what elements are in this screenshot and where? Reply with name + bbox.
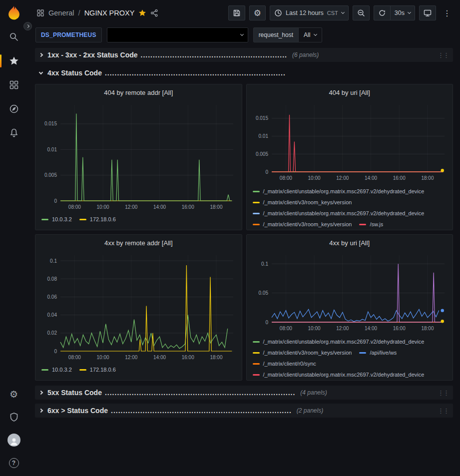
dashboard-scroll-area[interactable]: 1xx - 3xx - 2xx Status Code ............… xyxy=(27,44,460,476)
dashboard-settings-button[interactable]: ⚙ xyxy=(249,5,266,20)
legend-item[interactable]: /api/live/ws xyxy=(359,348,397,358)
svg-text:16:00: 16:00 xyxy=(393,175,405,181)
legend-item[interactable]: /_matrix/client/v3/room_keys/version xyxy=(253,219,352,229)
svg-text:10:00: 10:00 xyxy=(308,326,320,331)
share-icon[interactable] xyxy=(150,9,158,17)
breadcrumb-separator: / xyxy=(78,9,80,17)
row-header-6xx[interactable]: 6xx > Status Code ......................… xyxy=(35,404,453,418)
clock-icon xyxy=(274,9,282,17)
svg-text:0.005: 0.005 xyxy=(255,151,268,157)
datasource-variable-label[interactable]: DS_PROMETHEUS xyxy=(35,27,102,42)
svg-text:12:00: 12:00 xyxy=(125,204,137,210)
help-icon[interactable]: ? xyxy=(0,455,27,471)
row-drag-handle[interactable]: ⋮⋮ xyxy=(438,51,449,59)
legend-item[interactable]: 10.0.3.2 xyxy=(41,365,72,375)
top-navbar: General / NGINX PROXY ⚙ Last 12 hours CS… xyxy=(27,0,460,26)
svg-text:14:00: 14:00 xyxy=(365,175,377,181)
legend-item[interactable]: 172.18.0.6 xyxy=(79,214,116,224)
svg-text:18:00: 18:00 xyxy=(210,355,222,360)
row-drag-handle[interactable]: ⋮⋮ xyxy=(438,407,449,415)
kebab-menu-icon[interactable]: ⋮ xyxy=(440,8,454,18)
row-header-1xx-3xx-2xx[interactable]: 1xx - 3xx - 2xx Status Code ............… xyxy=(35,48,453,62)
chevron-down-icon xyxy=(39,70,43,74)
legend-swatch xyxy=(41,219,48,220)
server-admin-shield-icon[interactable] xyxy=(0,409,27,425)
panel-title[interactable]: 404 by uri [All] xyxy=(251,87,449,99)
row-panel-count: (4 panels) xyxy=(300,389,327,396)
svg-text:12:00: 12:00 xyxy=(125,355,137,360)
request-host-select[interactable]: All xyxy=(298,27,322,42)
sidebar-bottom-nav: ⚙ ? xyxy=(0,386,27,472)
legend-item[interactable]: /_matrix/client/v3/room_keys/version xyxy=(253,197,352,207)
datasource-select[interactable] xyxy=(107,27,248,42)
favorite-star-icon[interactable] xyxy=(138,9,146,17)
chevron-down-icon xyxy=(240,32,244,36)
legend-swatch xyxy=(253,224,260,225)
row-drag-handle[interactable]: ⋮⋮ xyxy=(438,389,449,397)
svg-text:16:00: 16:00 xyxy=(182,204,194,210)
legend-item[interactable]: /_matrix/client/unstable/org.matrix.msc2… xyxy=(253,370,425,380)
refresh-interval-dropdown[interactable]: 30s xyxy=(390,5,415,20)
svg-text:16:00: 16:00 xyxy=(182,355,194,360)
chevron-right-icon xyxy=(39,391,43,395)
refresh-button[interactable] xyxy=(374,5,391,20)
time-range-picker[interactable]: Last 12 hours CST xyxy=(270,5,349,20)
panel-title[interactable]: 4xx by uri [All] xyxy=(251,237,449,249)
breadcrumb-section[interactable]: General xyxy=(48,9,74,17)
tv-mode-button[interactable] xyxy=(419,5,436,20)
user-profile-avatar[interactable] xyxy=(0,432,27,448)
legend-item[interactable]: 172.18.0.6 xyxy=(79,365,116,375)
legend-label: /_matrix/client/unstable/org.matrix.msc2… xyxy=(263,372,425,378)
legend-item[interactable]: /_matrix/client/v3/room_keys/version xyxy=(253,348,352,358)
row-title: 1xx - 3xx - 2xx Status Code xyxy=(47,51,138,59)
configuration-gear-icon[interactable]: ⚙ xyxy=(0,386,27,402)
search-icon[interactable] xyxy=(0,29,27,45)
legend-item[interactable]: /sw.js xyxy=(359,219,383,229)
explore-compass-icon[interactable] xyxy=(0,101,27,117)
timezone-label: CST xyxy=(327,10,338,16)
time-range-label: Last 12 hours xyxy=(286,9,324,16)
svg-text:0.04: 0.04 xyxy=(47,312,57,318)
legend-label: /api/live/ws xyxy=(370,350,397,356)
svg-text:12:00: 12:00 xyxy=(336,175,349,181)
legend-item[interactable]: 10.0.3.2 xyxy=(41,214,72,224)
zoom-out-button[interactable] xyxy=(353,5,370,20)
row-title-dots: ........................................… xyxy=(105,69,286,77)
row-title-dots: ........................................… xyxy=(141,51,287,59)
row-header-4xx[interactable]: 4xx Status Code ........................… xyxy=(35,66,453,80)
timeseries-chart[interactable]: 08:0010:0012:0014:0016:0018:0000.0050.01… xyxy=(39,102,238,213)
legend-item[interactable]: /_matrix/client/r0/sync xyxy=(253,359,316,369)
legend-swatch xyxy=(79,219,86,220)
svg-text:14:00: 14:00 xyxy=(153,204,166,210)
save-dashboard-button[interactable] xyxy=(228,5,245,20)
starred-icon[interactable] xyxy=(0,53,27,69)
panel-grid: 404 by remote addr [All] 08:0010:0012:00… xyxy=(35,84,453,381)
panel-title[interactable]: 404 by remote addr [All] xyxy=(39,87,238,99)
grafana-logo[interactable] xyxy=(5,4,23,22)
request-host-variable: request_host All xyxy=(253,27,323,42)
alerting-bell-icon[interactable] xyxy=(0,125,27,141)
panel-title[interactable]: 4xx by remote addr [All] xyxy=(39,237,238,249)
panel-legend: 10.0.3.2172.18.0.6 xyxy=(39,213,238,224)
request-host-label[interactable]: request_host xyxy=(253,27,299,42)
legend-swatch xyxy=(253,202,260,203)
legend-item[interactable]: /_matrix/client/unstable/org.matrix.msc2… xyxy=(253,186,425,196)
svg-text:0.06: 0.06 xyxy=(47,294,57,300)
legend-swatch xyxy=(253,341,260,343)
legend-item[interactable]: /_matrix/client/unstable/org.matrix.msc2… xyxy=(253,208,425,218)
dashboards-icon[interactable] xyxy=(0,77,27,93)
svg-text:0.05: 0.05 xyxy=(258,290,268,296)
toolbar-actions: ⚙ Last 12 hours CST 30s xyxy=(228,5,454,20)
row-header-5xx[interactable]: 5xx Status Code ........................… xyxy=(35,386,453,400)
legend-item[interactable]: /_matrix/client/unstable/org.matrix.msc2… xyxy=(253,337,425,347)
svg-text:08:00: 08:00 xyxy=(279,326,292,331)
timeseries-chart[interactable]: 08:0010:0012:0014:0016:0018:0000.050.1 xyxy=(251,252,450,335)
sidebar-expand-button[interactable] xyxy=(23,22,32,30)
legend-swatch xyxy=(41,369,48,371)
timeseries-chart[interactable]: 08:0010:0012:0014:0016:0018:0000.0050.01… xyxy=(251,102,450,185)
panel-legend: /_matrix/client/unstable/org.matrix.msc2… xyxy=(251,335,449,380)
legend-swatch xyxy=(359,352,366,354)
dashboard-title[interactable]: NGINX PROXY xyxy=(84,9,135,17)
timeseries-chart[interactable]: 08:0010:0012:0014:0016:0018:0000.020.040… xyxy=(39,252,238,363)
legend-swatch xyxy=(253,374,260,376)
